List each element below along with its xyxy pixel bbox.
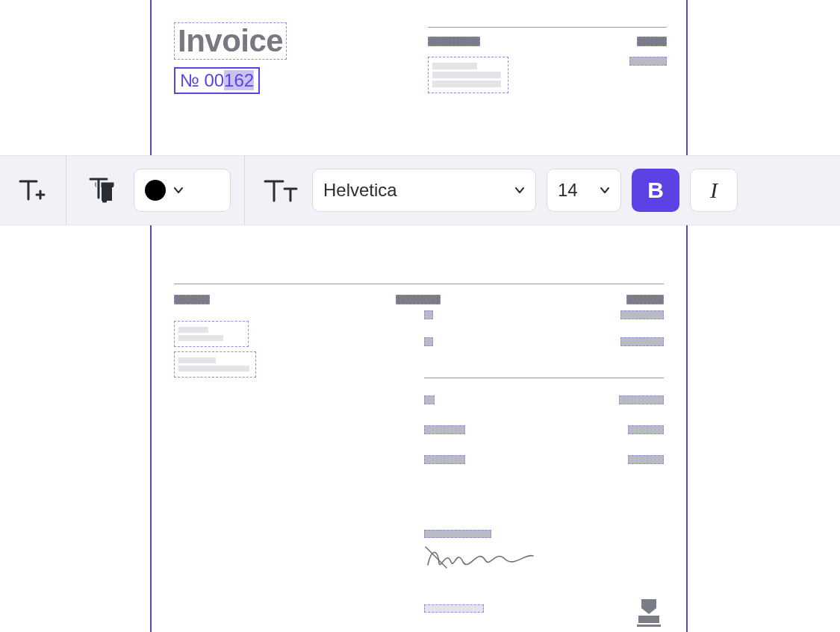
invoice-page: Invoice № 00162 bbox=[150, 0, 688, 632]
summary-label-placeholder[interactable] bbox=[424, 425, 465, 434]
column-header-placeholder[interactable] bbox=[626, 295, 664, 304]
footer-placeholder[interactable] bbox=[424, 604, 484, 613]
font-size-tool-button[interactable] bbox=[258, 169, 302, 212]
chevron-down-icon bbox=[514, 185, 525, 195]
text-color-picker[interactable] bbox=[134, 169, 231, 212]
font-family-select[interactable]: Helvetica bbox=[312, 169, 536, 212]
text-add-icon bbox=[16, 175, 46, 205]
svg-rect-1 bbox=[638, 616, 659, 623]
bold-label: B bbox=[647, 178, 664, 203]
summary-value-placeholder[interactable] bbox=[628, 425, 664, 434]
qty-placeholder[interactable] bbox=[424, 310, 433, 319]
signature-block bbox=[424, 530, 544, 574]
invoice-number-selection: 162 bbox=[224, 70, 254, 90]
signature-label-placeholder[interactable] bbox=[424, 530, 491, 538]
toolbar-separator bbox=[244, 155, 245, 225]
placeholder-field[interactable] bbox=[637, 37, 667, 46]
stamp-icon bbox=[634, 598, 664, 628]
text-format-toolbar: Helvetica 14 B I bbox=[0, 155, 840, 225]
text-size-icon bbox=[262, 175, 298, 205]
summary-value-placeholder[interactable] bbox=[628, 455, 664, 464]
svg-rect-2 bbox=[637, 625, 661, 627]
svg-marker-0 bbox=[641, 599, 656, 614]
color-swatch-icon bbox=[145, 180, 166, 201]
add-text-button[interactable] bbox=[9, 169, 52, 212]
text-shadow-icon bbox=[87, 175, 116, 205]
price-placeholder[interactable] bbox=[620, 337, 664, 346]
bold-button[interactable]: B bbox=[632, 169, 679, 212]
document-title[interactable]: Invoice bbox=[174, 22, 287, 60]
invoice-number-field[interactable]: № 00162 bbox=[174, 67, 260, 94]
placeholder-field[interactable] bbox=[428, 37, 480, 46]
summary-label-placeholder[interactable] bbox=[424, 395, 435, 404]
column-header-placeholder[interactable] bbox=[396, 295, 441, 304]
toolbar-separator bbox=[66, 155, 66, 225]
summary-label-placeholder[interactable] bbox=[424, 455, 465, 464]
chevron-down-icon bbox=[173, 185, 184, 195]
chevron-down-icon bbox=[600, 185, 610, 195]
italic-button[interactable]: I bbox=[690, 169, 738, 212]
font-size-select[interactable]: 14 bbox=[547, 169, 621, 212]
italic-label: I bbox=[710, 178, 718, 203]
line-item-placeholder[interactable] bbox=[174, 351, 256, 378]
placeholder-address-field[interactable] bbox=[428, 57, 508, 93]
invoice-number-prefix: № 00 bbox=[180, 70, 224, 90]
font-family-value: Helvetica bbox=[323, 180, 397, 201]
font-size-value: 14 bbox=[558, 180, 578, 201]
invoice-body bbox=[174, 284, 664, 382]
header-right-block bbox=[428, 27, 667, 99]
text-shadow-button[interactable] bbox=[80, 169, 123, 212]
price-placeholder[interactable] bbox=[620, 310, 664, 319]
line-item-placeholder[interactable] bbox=[174, 321, 249, 347]
summary-value-placeholder[interactable] bbox=[619, 395, 664, 404]
qty-placeholder[interactable] bbox=[424, 337, 433, 346]
column-header-placeholder[interactable] bbox=[174, 295, 210, 304]
signature-icon bbox=[424, 542, 536, 571]
placeholder-field[interactable] bbox=[629, 57, 667, 66]
